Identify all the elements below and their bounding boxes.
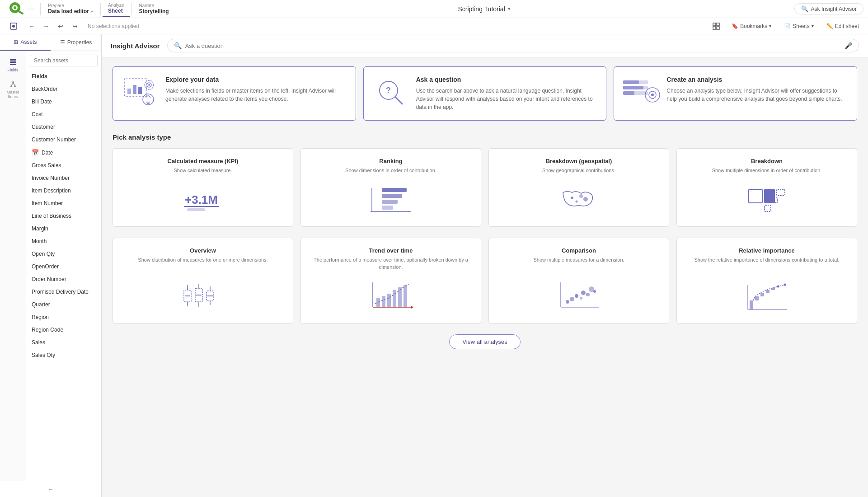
- list-item[interactable]: Line of Business: [26, 210, 101, 222]
- list-item[interactable]: Margin: [26, 222, 101, 235]
- list-item[interactable]: Sales Qty: [26, 349, 101, 361]
- list-item[interactable]: Customer Number: [26, 133, 101, 146]
- list-item[interactable]: Order Number: [26, 273, 101, 286]
- explore-card-text: Explore your data Make selections in fie…: [165, 76, 347, 103]
- overview-desc: Show distribution of measures for one or…: [138, 257, 267, 263]
- insight-search-input[interactable]: [185, 42, 841, 49]
- geo-desc: Show geographical contributions.: [542, 167, 615, 174]
- analysis-card-relative[interactable]: Relative importance Show the relative im…: [676, 238, 857, 324]
- analysis-card-breakdown[interactable]: Breakdown Show multiple dimensions in or…: [676, 148, 857, 227]
- sidebar-collapse-button[interactable]: ←: [0, 481, 101, 497]
- list-item[interactable]: Bill Date: [26, 95, 101, 108]
- breakdown-desc: Show multiple dimensions in order of con…: [712, 167, 822, 174]
- analysis-card-overview[interactable]: Overview Show distribution of measures f…: [113, 238, 293, 324]
- list-item[interactable]: Item Description: [26, 184, 101, 197]
- svg-point-51: [583, 197, 588, 202]
- analysis-card-trend[interactable]: Trend over time The performance of a mea…: [300, 238, 481, 324]
- svg-point-16: [10, 85, 12, 87]
- nav-divider-1: [40, 3, 41, 15]
- list-item[interactable]: Item Number: [26, 197, 101, 210]
- field-item-label: Order Number: [32, 276, 66, 282]
- ask-question-card[interactable]: ? Ask a question Use the search bar abov…: [363, 66, 607, 121]
- svg-rect-56: [765, 205, 771, 211]
- svg-rect-55: [777, 189, 785, 196]
- field-item-label: Bill Date: [32, 98, 52, 105]
- list-item[interactable]: OpenOrder: [26, 260, 101, 273]
- undo-icon[interactable]: ↩: [54, 20, 67, 33]
- list-item[interactable]: Month: [26, 235, 101, 248]
- breakdown-illustration: [684, 181, 849, 217]
- sheets-icon: 📄: [784, 23, 791, 29]
- nav-divider-3: [131, 3, 132, 15]
- grid-view-button[interactable]: [709, 21, 723, 32]
- search-assets-input[interactable]: [30, 55, 98, 66]
- list-item[interactable]: Region: [26, 311, 101, 324]
- svg-rect-93: [760, 293, 764, 296]
- field-item-label: Invoice Number: [32, 175, 70, 181]
- microphone-icon[interactable]: 🎤: [845, 42, 852, 49]
- svg-point-27: [148, 84, 150, 86]
- analysis-card-kpi[interactable]: Calculated measure (KPI) Show calculated…: [113, 148, 293, 227]
- list-item[interactable]: BackOrder: [26, 83, 101, 95]
- analysis-card-geo[interactable]: Breakdown (geospatial) Show geographical…: [488, 148, 669, 227]
- nav-prepare[interactable]: Prepare Data load editor ▾: [42, 1, 99, 16]
- svg-point-83: [575, 294, 578, 298]
- forward-icon[interactable]: →: [40, 20, 52, 33]
- svg-rect-77: [398, 287, 402, 307]
- sidebar-item-master-items[interactable]: Master Items: [0, 77, 26, 103]
- nav-right: 🔍 Ask Insight Advisor: [794, 3, 863, 14]
- sidebar-content: Fields Master Items Fie: [0, 51, 101, 481]
- field-item-label: Sales Qty: [32, 352, 55, 358]
- prepare-label: Data load editor: [48, 8, 89, 14]
- list-item[interactable]: Promised Delivery Date: [26, 286, 101, 298]
- svg-point-2: [14, 6, 16, 9]
- ask-insight-button[interactable]: 🔍 Ask Insight Advisor: [794, 3, 863, 14]
- list-item[interactable]: Cost: [26, 108, 101, 121]
- explore-data-card[interactable]: Explore your data Make selections in fie…: [113, 66, 356, 121]
- list-item[interactable]: Invoice Number: [26, 172, 101, 184]
- app-title-arrow[interactable]: ▾: [508, 6, 511, 12]
- tab-properties[interactable]: ☰ Properties: [51, 34, 101, 51]
- bookmarks-button[interactable]: 🔖 Bookmarks ▾: [727, 21, 776, 31]
- field-item-label: Line of Business: [32, 213, 71, 219]
- analyze-label: Sheet: [108, 8, 123, 14]
- ranking-desc: Show dimensions in order of contribution…: [345, 167, 436, 174]
- main-area: ⊞ Assets ☰ Properties Fields: [0, 34, 868, 497]
- pick-analysis-title: Pick analysis type: [113, 133, 857, 141]
- edit-sheet-button[interactable]: ✏️ Edit sheet: [822, 21, 863, 31]
- analysis-card-ranking[interactable]: Ranking Show dimensions in order of cont…: [300, 148, 481, 227]
- nav-narrate[interactable]: Narrate Storytelling: [134, 1, 174, 16]
- create-analysis-card[interactable]: Create an analysis Choose an analysis ty…: [614, 66, 857, 121]
- list-item[interactable]: Open Qty: [26, 248, 101, 260]
- relative-illustration: [684, 278, 849, 314]
- nav-analyze[interactable]: Analyze Sheet: [103, 1, 130, 17]
- svg-rect-76: [393, 290, 396, 307]
- list-item[interactable]: Sales: [26, 336, 101, 349]
- svg-line-14: [11, 83, 13, 85]
- field-item-label: Sales: [32, 339, 45, 346]
- insight-search-bar[interactable]: 🔍 🎤: [167, 39, 859, 52]
- sheets-button[interactable]: 📄 Sheets ▾: [779, 21, 818, 31]
- field-item-label: Month: [32, 238, 47, 244]
- sidebar-item-fields[interactable]: Fields: [0, 55, 26, 76]
- list-item[interactable]: 📅 Date: [26, 146, 101, 159]
- analysis-card-comparison[interactable]: Comparison Show multiple measures for a …: [488, 238, 669, 324]
- view-all-analyses-button[interactable]: View all analyses: [449, 334, 520, 349]
- insight-advisor-toolbar-btn[interactable]: [5, 21, 23, 32]
- tab-assets[interactable]: ⊞ Assets: [0, 34, 51, 51]
- svg-rect-34: [623, 86, 643, 89]
- create-card-desc: Choose an analysis type below. Insight A…: [666, 87, 848, 103]
- list-item[interactable]: Quarter: [26, 298, 101, 311]
- sheets-arrow: ▾: [812, 23, 814, 28]
- back-icon[interactable]: ←: [25, 20, 38, 33]
- analysis-grid-row2: Overview Show distribution of measures f…: [113, 238, 857, 324]
- list-item[interactable]: Gross Sales: [26, 159, 101, 172]
- list-item[interactable]: Region Code: [26, 324, 101, 336]
- explore-icon-area: [122, 76, 158, 108]
- svg-rect-42: [187, 208, 205, 211]
- list-item[interactable]: Customer: [26, 121, 101, 133]
- svg-point-85: [581, 291, 586, 295]
- redo-icon[interactable]: ↪: [69, 20, 81, 33]
- overview-illustration: [120, 278, 286, 314]
- top-nav: ··· Prepare Data load editor ▾ Analyze S…: [0, 0, 868, 18]
